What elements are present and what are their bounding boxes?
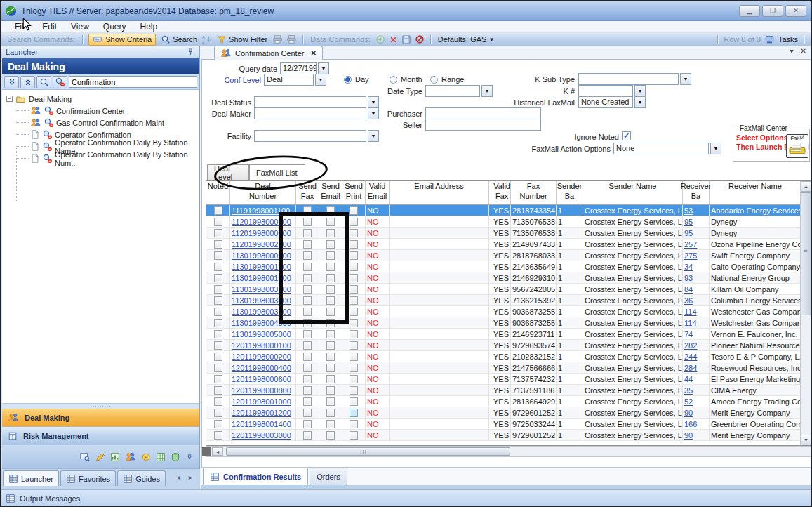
send-print-checkbox[interactable] — [350, 285, 358, 294]
chevron-down-icon[interactable]: ▼ — [318, 62, 329, 74]
column-header-send-email[interactable]: SendEmail — [319, 181, 342, 204]
send-fax-checkbox[interactable] — [303, 353, 312, 361]
noted-checkbox[interactable] — [214, 274, 222, 282]
receiver-ba-link[interactable]: 53 — [684, 206, 693, 215]
noted-checkbox[interactable] — [214, 341, 222, 350]
send-print-checkbox[interactable] — [350, 409, 358, 417]
grid-row[interactable]: 12011998000100NOYES97296935741Crosstex E… — [206, 340, 801, 351]
seller-input[interactable] — [425, 119, 541, 131]
grid-row[interactable]: 11301998003300NOYES71362153921Crosstex E… — [206, 295, 801, 306]
purchaser-input[interactable] — [425, 107, 541, 119]
splitter-handle[interactable]: ········· — [2, 403, 199, 409]
noted-checkbox[interactable] — [214, 364, 222, 372]
receiver-ba-link[interactable]: 275 — [684, 251, 697, 260]
chevron-down-icon[interactable]: ▼ — [710, 143, 721, 154]
receiver-ba-link[interactable]: 93 — [684, 274, 693, 282]
send-fax-checkbox[interactable] — [303, 308, 312, 316]
send-print-checkbox[interactable] — [350, 240, 358, 249]
minimize-button[interactable]: ▁ — [739, 5, 760, 17]
noted-checkbox[interactable] — [214, 397, 222, 406]
grid-row[interactable]: 12011998000200NOYES21028321521Crosstex E… — [206, 351, 801, 362]
noted-checkbox[interactable] — [214, 375, 222, 383]
form-search-icon[interactable] — [79, 452, 91, 462]
send-fax-checkbox[interactable] — [303, 364, 312, 372]
tree-root-deal-making[interactable]: − Deal Making — [6, 93, 199, 105]
send-fax-checkbox[interactable] — [303, 285, 312, 294]
send-email-checkbox[interactable] — [326, 319, 335, 327]
noted-checkbox[interactable] — [214, 420, 222, 428]
scroll-left-icon[interactable]: ◄ — [212, 447, 223, 456]
send-print-checkbox[interactable] — [350, 330, 358, 338]
column-header-sender-name[interactable]: Sender Name — [583, 181, 683, 204]
radio-range[interactable]: Range — [430, 75, 464, 84]
facility-dropdown[interactable]: ▼ — [254, 130, 379, 142]
send-print-checkbox[interactable] — [350, 229, 358, 237]
send-email-checkbox[interactable] — [326, 206, 335, 215]
send-fax-checkbox[interactable] — [303, 319, 312, 327]
deal-number-link[interactable]: 11301998001300 — [232, 263, 291, 271]
close-tab-icon[interactable]: ✕ — [310, 49, 316, 57]
chevron-expand-icon[interactable] — [185, 453, 194, 461]
show-criteria-button[interactable]: Show Criteria — [88, 34, 156, 46]
deal-maker-dropdown[interactable]: ▼ — [254, 107, 379, 119]
date-type-dropdown[interactable]: ▼ — [425, 85, 493, 97]
send-fax-checkbox[interactable] — [303, 218, 312, 226]
send-fax-checkbox[interactable] — [303, 229, 312, 237]
send-print-checkbox[interactable] — [350, 263, 358, 271]
send-email-checkbox[interactable] — [326, 409, 335, 417]
chevron-down-icon[interactable]: ▼ — [315, 74, 326, 86]
send-fax-checkbox[interactable] — [303, 330, 312, 338]
scrollbar-thumb[interactable] — [226, 447, 510, 456]
noted-checkbox[interactable] — [214, 206, 222, 215]
deal-number-link[interactable]: 11201998002200 — [232, 240, 291, 249]
noted-checkbox[interactable] — [214, 409, 222, 417]
send-print-checkbox[interactable] — [350, 397, 358, 406]
tab-favorites[interactable]: Favorites — [60, 470, 116, 486]
receiver-ba-link[interactable]: 257 — [684, 240, 697, 249]
send-fax-checkbox[interactable] — [303, 397, 312, 406]
column-header-receiver-name[interactable]: Receiver Name — [710, 181, 801, 204]
receiver-ba-link[interactable]: 282 — [684, 341, 697, 350]
send-email-checkbox[interactable] — [326, 263, 335, 271]
send-email-checkbox[interactable] — [326, 364, 335, 372]
noted-checkbox[interactable] — [214, 263, 222, 271]
tab-launcher[interactable]: Launcher — [3, 470, 59, 486]
deal-number-link[interactable]: 11201998000100 — [232, 218, 291, 226]
section-deal-making[interactable]: Deal Making — [2, 409, 199, 427]
column-header-send-fax[interactable]: SendFax — [296, 181, 319, 204]
grid-row[interactable]: 11201998002200NOYES21496974331Crosstex E… — [206, 239, 801, 250]
print-icon[interactable] — [286, 34, 297, 44]
send-print-checkbox[interactable] — [350, 375, 358, 383]
deal-number-link[interactable]: 11301998003300 — [232, 296, 291, 305]
print-preview-icon[interactable] — [272, 34, 283, 44]
chevron-down-icon[interactable]: ▼ — [634, 96, 646, 108]
send-print-checkbox[interactable] — [350, 274, 358, 282]
search-tree-button[interactable] — [36, 76, 51, 88]
noted-checkbox[interactable] — [214, 386, 222, 395]
tab-scroll-arrows[interactable]: ◄ ► — [175, 470, 199, 481]
send-print-checkbox[interactable] — [350, 251, 358, 260]
grid-row[interactable]: 11301998000700NOYES28187680331Crosstex E… — [206, 250, 801, 261]
tasks-icon[interactable] — [764, 34, 775, 44]
horizontal-scrollbar[interactable]: ◄ — [206, 446, 812, 457]
tree-item[interactable]: Operator Confirmation Daily By Station N… — [6, 152, 199, 164]
deal-number-link[interactable]: 12011998000400 — [232, 364, 291, 372]
send-email-checkbox[interactable] — [326, 229, 335, 237]
send-email-checkbox[interactable] — [326, 420, 335, 428]
deal-number-link[interactable]: 11301998001800 — [232, 274, 291, 282]
deal-number-link[interactable]: 12011998001200 — [232, 409, 291, 417]
chevron-down-icon[interactable]: ▼ — [368, 96, 379, 108]
send-fax-checkbox[interactable] — [303, 274, 312, 282]
ignore-noted-checkbox[interactable]: ✓ — [622, 131, 631, 140]
grid-row[interactable]: 12011998000600NOYES71375742321Crosstex E… — [206, 374, 801, 385]
send-fax-checkbox[interactable] — [303, 409, 312, 417]
send-email-checkbox[interactable] — [326, 285, 335, 294]
database-icon[interactable] — [171, 452, 180, 462]
noted-checkbox[interactable] — [214, 218, 222, 226]
noted-checkbox[interactable] — [214, 431, 222, 440]
noted-checkbox[interactable] — [214, 296, 222, 305]
query-date-dropdown[interactable]: 12/27/1998▼ — [280, 62, 329, 74]
radio-day[interactable]: Day — [344, 75, 369, 84]
noted-checkbox[interactable] — [214, 330, 222, 338]
noted-checkbox[interactable] — [214, 319, 222, 327]
